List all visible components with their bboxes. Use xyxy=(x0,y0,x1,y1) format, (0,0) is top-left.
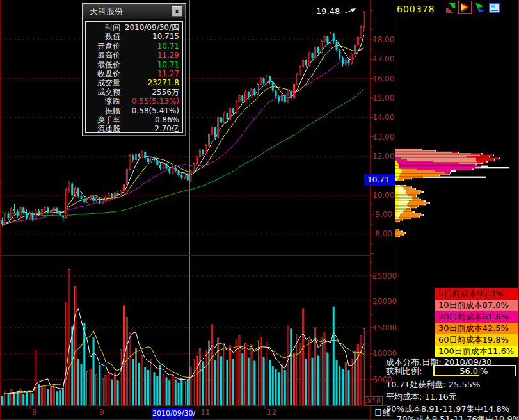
price-axis-label: 12.00 xyxy=(372,152,392,160)
volume-scale-label: X10 xyxy=(365,396,383,406)
tooltip-row: 涨跌0.55(5.13%) xyxy=(87,97,181,106)
price-axis-label: 10.00 xyxy=(372,191,392,199)
crosshair-date-tag: 2010/09/30/四 xyxy=(152,408,193,419)
profit-ratio-fill: 56.0 xyxy=(434,366,479,376)
tooltip-row: 最低价10.71 xyxy=(87,60,181,69)
price-profit-line: 10.71处获利盘: 25.55% xyxy=(386,379,480,391)
price-axis-label: 15.00 xyxy=(372,94,392,102)
month-label: 12 xyxy=(267,408,276,416)
tooltip-row: 开盘价10.71 xyxy=(87,42,181,51)
flag-tool-icon[interactable] xyxy=(459,1,471,13)
stock-app-window: 18.0017.0016.0015.0014.0013.0012.0010.00… xyxy=(0,0,519,420)
price-axis-label: 17.00 xyxy=(372,55,392,63)
month-label: 9 xyxy=(99,408,104,416)
arrow-tool-icon[interactable] xyxy=(474,1,486,13)
tooltip-row: 成交量23271.8 xyxy=(87,78,181,87)
legend-row: 30日前成本42.5% xyxy=(435,323,518,334)
volume-axis-label: 25000 xyxy=(372,272,392,280)
tooltip-row: 收盘价11.27 xyxy=(87,69,181,78)
stock-code: 600378 xyxy=(397,4,435,14)
volume-axis-label: 20000 xyxy=(372,298,392,305)
profit-ratio-suffix: % xyxy=(480,366,488,376)
profit-ratio-bar: 56.0 % xyxy=(433,365,516,376)
tooltip-row: 成交额2556万 xyxy=(87,88,181,97)
price-axis-label: 18.00 xyxy=(372,36,392,44)
quote-tooltip-panel[interactable]: 天科股份 x 时间2010/09/30/四数值10.715开盘价10.71最高价… xyxy=(82,3,186,136)
legend-row: 10日前成本87.0% xyxy=(435,300,518,311)
price-axis-label: 13.00 xyxy=(372,133,392,141)
legend-row: 60日前成本19.8% xyxy=(435,334,518,346)
price-axis-label: 9.00 xyxy=(372,211,392,218)
price-axis-label: 8.00 xyxy=(372,230,392,238)
volume-axis-label: 15000 xyxy=(372,324,392,332)
month-label: 11 xyxy=(200,408,210,416)
cost-legend: 5日前成本95.3%10日前成本87.0%20日前成本61.6%30日前成本42… xyxy=(435,288,518,357)
avg-cost-line: 平均成本: 11.16元 xyxy=(386,391,457,403)
tooltip-row: 时间2010/09/30/四 xyxy=(87,23,181,32)
profit-ratio-value: 56.0 xyxy=(459,366,478,376)
toolbar xyxy=(444,1,500,13)
tooltip-row: 振幅0.58(5.41%) xyxy=(87,106,181,115)
tooltip-row: 最高价11.29 xyxy=(87,51,181,60)
tooltip-row: 换手率0.86% xyxy=(87,115,181,124)
tooltip-row: 数值10.715 xyxy=(87,32,181,41)
snapshot-icon[interactable] xyxy=(488,1,500,13)
legend-row: 20日前成本61.6% xyxy=(435,311,518,323)
month-label: 8 xyxy=(32,408,37,416)
profit-ratio-label: 获利比例: xyxy=(386,366,422,377)
tooltip-title: 天科股份 xyxy=(90,6,123,17)
peak-price-label: 19.48 xyxy=(316,6,340,16)
tooltip-rows: 时间2010/09/30/四数值10.715开盘价10.71最高价11.29最低… xyxy=(85,21,183,133)
tooltip-title-bar[interactable]: 天科股份 x xyxy=(83,4,185,19)
legend-row: 5日前成本95.3% xyxy=(435,288,518,300)
price-axis-label: 14.00 xyxy=(372,113,392,121)
cost-70-line: 70%成本9.51-11.76集中10.9% xyxy=(397,414,519,420)
legend-row: 100日前成本11.6% xyxy=(435,346,518,357)
close-icon[interactable]: x xyxy=(172,6,182,17)
quote-queue-icon[interactable] xyxy=(444,1,456,13)
price-axis-label: 16.00 xyxy=(372,75,392,83)
current-price-tag: 10.71 xyxy=(364,174,395,186)
tooltip-row: 流通股2.70亿 xyxy=(87,124,181,133)
